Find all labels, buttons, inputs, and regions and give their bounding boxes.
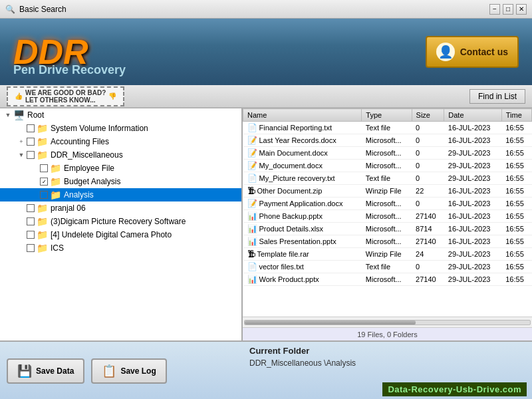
save-log-icon: 📋: [102, 364, 116, 378]
tree-item[interactable]: 📁System Volume Information: [0, 122, 241, 135]
feedback-bar: 👍 WE ARE GOOD OR BAD? LET OTHERS KNOW...…: [0, 85, 532, 108]
contact-button[interactable]: 👤 Contact us: [426, 36, 519, 68]
file-status-bar: 19 Files, 0 Folders: [243, 327, 532, 340]
file-name: 📝Main Document.docx: [243, 147, 362, 160]
checkbox[interactable]: [27, 204, 35, 212]
folder-icon: 📁: [50, 176, 61, 187]
file-name: 📊Sales Presentation.pptx: [243, 235, 362, 248]
column-header[interactable]: Time: [501, 109, 531, 122]
file-type: Microsoft...: [362, 210, 412, 223]
checkbox[interactable]: [27, 217, 35, 225]
file-date: 16-JUL-2023: [444, 198, 501, 210]
contact-icon: 👤: [436, 43, 455, 61]
file-name: 📄My_Picture recovery.txt: [243, 172, 362, 185]
table-row[interactable]: 🗜Other Document.zipWinzip File2216-JUL-2…: [243, 185, 532, 198]
minimize-button[interactable]: −: [489, 4, 500, 15]
table-row[interactable]: 📝Main Document.docxMicrosoft...029-JUL-2…: [243, 147, 532, 160]
table-row[interactable]: 🗜Template file.rarWinzip File2429-JUL-20…: [243, 248, 532, 261]
table-row[interactable]: 📄vector files.txtText file029-JUL-202316…: [243, 261, 532, 273]
file-time: 16:55: [501, 172, 531, 185]
checkbox[interactable]: [27, 124, 35, 132]
tree-item[interactable]: 📁pranjal 06: [0, 201, 241, 215]
tree-item[interactable]: 📁Analysis: [0, 188, 241, 201]
file-name: 🗜Template file.rar: [243, 248, 362, 261]
tree-item[interactable]: ▼📁DDR_Miscellaneous: [0, 148, 241, 162]
file-date: 29-JUL-2023: [444, 261, 501, 273]
close-button[interactable]: ✕: [516, 4, 527, 15]
thumbs-icon: 👍: [15, 92, 23, 100]
folder-icon: 📁: [37, 136, 48, 147]
main-content: ▼🖥️Root📁System Volume Information+📁Accou…: [0, 108, 532, 340]
folder-icon: 📁: [50, 163, 61, 174]
file-type-icon: 📝: [247, 148, 257, 158]
table-row[interactable]: 📝My_document.docxMicrosoft...029-JUL-202…: [243, 160, 532, 172]
tree-item[interactable]: +📁Accounting Files: [0, 135, 241, 148]
tree-item[interactable]: 📁(3)Digicam Picture Recovery Software: [0, 215, 241, 228]
file-type: Microsoft...: [362, 198, 412, 210]
file-name: 📄Financial Reporting.txt: [243, 122, 362, 134]
file-type: Microsoft...: [362, 273, 412, 286]
checkbox[interactable]: [40, 178, 48, 186]
table-row[interactable]: 📊Product Details.xlsxMicrosoft...871416-…: [243, 223, 532, 235]
save-log-button[interactable]: 📋 Save Log: [91, 358, 166, 384]
tree-item[interactable]: 📁[4] Undelete Digital Camera Photo: [0, 228, 241, 241]
table-row[interactable]: 📄My_Picture recovery.txtText file029-JUL…: [243, 172, 532, 185]
table-row[interactable]: 📊Sales Presentation.pptxMicrosoft...2714…: [243, 235, 532, 248]
column-header[interactable]: Type: [362, 109, 412, 122]
file-size: 22: [412, 185, 444, 198]
maximize-button[interactable]: □: [503, 4, 513, 15]
file-type: Winzip File: [362, 248, 412, 261]
file-name: 📊Product Details.xlsx: [243, 223, 362, 235]
find-in-list-button[interactable]: Find in List: [469, 89, 525, 104]
titlebar-title: Basic Search: [19, 5, 66, 14]
titlebar: 🔍 Basic Search − □ ✕: [0, 0, 532, 19]
tree-item[interactable]: 📁Employee File: [0, 162, 241, 175]
file-name: 📊Work Product.pptx: [243, 273, 362, 286]
file-type-icon: 📄: [247, 123, 257, 132]
tree-label: Analysis: [64, 190, 94, 200]
checkbox[interactable]: [27, 231, 35, 239]
action-buttons: 💾 Save Data 📋 Save Log: [7, 358, 236, 384]
bottom-panel: 💾 Save Data 📋 Save Log Current Folder DD…: [0, 340, 532, 399]
save-data-button[interactable]: 💾 Save Data: [7, 358, 84, 384]
folder-icon: 📁: [37, 216, 48, 227]
file-date: 29-JUL-2023: [444, 248, 501, 261]
checkbox[interactable]: [40, 191, 48, 199]
file-size: 27140: [412, 235, 444, 248]
file-name: 📊Phone Backup.pptx: [243, 210, 362, 223]
column-header[interactable]: Size: [412, 109, 444, 122]
table-row[interactable]: 📝Last Year Records.docxMicrosoft...016-J…: [243, 134, 532, 147]
checkbox[interactable]: [40, 164, 48, 172]
table-row[interactable]: 📊Work Product.pptxMicrosoft...2714029-JU…: [243, 273, 532, 286]
file-date: 29-JUL-2023: [444, 273, 501, 286]
file-type-icon: 📊: [247, 211, 257, 221]
save-data-icon: 💾: [17, 364, 32, 378]
file-horizontal-scrollbar[interactable]: [243, 317, 532, 327]
titlebar-buttons[interactable]: − □ ✕: [489, 4, 527, 15]
tree-item[interactable]: 📁ICS: [0, 241, 241, 255]
feedback-banner[interactable]: 👍 WE ARE GOOD OR BAD? LET OTHERS KNOW...…: [7, 86, 124, 106]
checkbox[interactable]: [27, 138, 35, 146]
app-icon: 🔍: [5, 5, 15, 14]
checkbox[interactable]: [27, 244, 35, 252]
column-header[interactable]: Date: [444, 109, 501, 122]
file-size: 0: [412, 172, 444, 185]
file-size: 0: [412, 147, 444, 160]
file-scroll[interactable]: NameTypeSizeDateTime 📄Financial Reportin…: [243, 108, 532, 317]
file-type-icon: 📝: [247, 199, 257, 208]
file-name: 📄vector files.txt: [243, 261, 362, 273]
file-date: 29-JUL-2023: [444, 172, 501, 185]
file-date: 16-JUL-2023: [444, 122, 501, 134]
table-row[interactable]: 📄Financial Reporting.txtText file016-JUL…: [243, 122, 532, 134]
tree-item[interactable]: 📁Budget Analysis: [0, 175, 241, 188]
column-header[interactable]: Name: [243, 109, 362, 122]
tree-item[interactable]: ▼🖥️Root: [0, 108, 241, 122]
table-row[interactable]: 📊Phone Backup.pptxMicrosoft...2714016-JU…: [243, 210, 532, 223]
watermark: Data-Recovery-Usb-Drive.com: [382, 382, 527, 396]
file-size: 0: [412, 261, 444, 273]
tree-panel[interactable]: ▼🖥️Root📁System Volume Information+📁Accou…: [0, 108, 243, 340]
checkbox[interactable]: [27, 151, 35, 159]
table-row[interactable]: 📝Payment Application.docxMicrosoft...016…: [243, 198, 532, 210]
file-type: Text file: [362, 172, 412, 185]
folder-icon: 🖥️: [13, 110, 25, 120]
